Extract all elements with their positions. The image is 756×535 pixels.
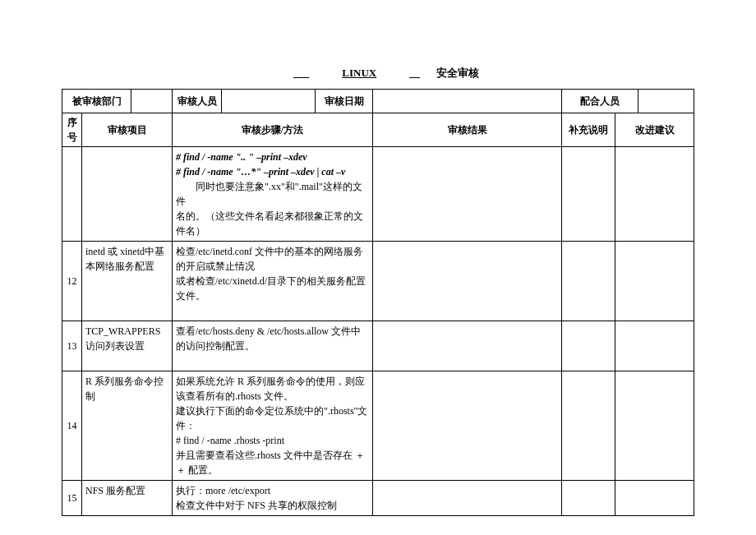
item-cell: inetd 或 xinetd中基本网络服务配置	[82, 242, 173, 321]
hdr-seq: 序号	[62, 113, 82, 147]
hdr-imp: 改进建议	[615, 113, 694, 147]
seq-cell	[62, 147, 82, 242]
auditor-value	[222, 90, 316, 113]
seq-cell: 15	[62, 481, 82, 516]
coop-value	[638, 90, 694, 113]
seq-cell: 12	[62, 242, 82, 321]
step-text: 执行：more /etc/export	[176, 483, 369, 498]
meta-row: 被审核部门 审核人员 审核日期 配合人员	[62, 90, 694, 113]
item-cell: NFS 服务配置	[82, 481, 173, 516]
title-blank-prefix	[277, 67, 326, 79]
steps-cell: 如果系统允许 R 系列服务命令的使用，则应该查看所有的.rhosts 文件。 建…	[173, 371, 373, 481]
supp-cell	[562, 371, 615, 481]
hdr-supp: 补充说明	[562, 113, 615, 147]
step-text: 名的。（这些文件名看起来都很象正常的文件名）	[176, 209, 369, 238]
page-title: LINUX 安全审核	[62, 66, 694, 81]
step-text: 同时也要注意象".xx"和".mail"这样的文件	[176, 179, 369, 209]
table-row: 15 NFS 服务配置 执行：more /etc/export 检查文件中对于 …	[62, 481, 694, 516]
item-cell: TCP_WRAPPERS 访问列表设置	[82, 321, 173, 371]
header-row: 序号 审核项目 审核步骤/方法 审核结果 补充说明 改进建议	[62, 113, 694, 147]
supp-cell	[562, 147, 615, 242]
imp-cell	[615, 321, 694, 371]
imp-cell	[615, 147, 694, 242]
imp-cell	[615, 242, 694, 321]
step-text: 或者检查/etc/xinetd.d/目录下的相关服务配置文件。	[176, 274, 369, 303]
imp-cell	[615, 371, 694, 481]
step-text: 并且需要查看这些.rhosts 文件中是否存在 ＋＋ 配置。	[176, 448, 369, 477]
coop-label: 配合人员	[562, 90, 638, 113]
title-suffix: 安全审核	[436, 67, 479, 79]
step-text-a: 同时也要注意象".xx"和".mail"这样的文件	[176, 181, 362, 207]
cmd-line: # find / -name "…*" –print –xdev | cat –…	[176, 164, 369, 179]
steps-cell: 查看/etc/hosts.deny & /etc/hosts.allow 文件中…	[173, 321, 373, 371]
table-row: 12 inetd 或 xinetd中基本网络服务配置 检查/etc/inetd.…	[62, 242, 694, 321]
audit-table: 被审核部门 审核人员 审核日期 配合人员 序号 审核项目 审核步骤/方法 审核结…	[62, 89, 694, 516]
step-text: 检查/etc/inetd.conf 文件中的基本的网络服务的开启或禁止情况	[176, 244, 369, 274]
seq-cell: 14	[62, 371, 82, 481]
result-cell	[373, 147, 562, 242]
result-cell	[373, 371, 562, 481]
auditor-label: 审核人员	[173, 90, 222, 113]
result-cell	[373, 242, 562, 321]
steps-cell: # find / -name ".. " –print –xdev # find…	[173, 147, 373, 242]
result-cell	[373, 481, 562, 516]
hdr-item: 审核项目	[82, 113, 173, 147]
table-row: # find / -name ".. " –print –xdev # find…	[62, 147, 694, 242]
item-cell: R 系列服务命令控制	[82, 371, 173, 481]
supp-cell	[562, 481, 615, 516]
title-linux: LINUX	[325, 67, 393, 79]
hdr-steps: 审核步骤/方法	[173, 113, 373, 147]
title-blank-mid	[393, 67, 436, 79]
result-cell	[373, 321, 562, 371]
step-text: 建议执行下面的命令定位系统中的".rhosts"文件：	[176, 404, 369, 433]
step-text: 检查文件中对于 NFS 共享的权限控制	[176, 498, 369, 513]
steps-cell: 检查/etc/inetd.conf 文件中的基本的网络服务的开启或禁止情况 或者…	[173, 242, 373, 321]
cmd-line: # find / -name ".. " –print –xdev	[176, 150, 369, 164]
dept-label: 被审核部门	[62, 90, 131, 113]
imp-cell	[615, 481, 694, 516]
hdr-result: 审核结果	[373, 113, 562, 147]
step-text: # find / -name .rhosts -print	[176, 433, 369, 448]
item-cell	[82, 147, 173, 242]
seq-cell: 13	[62, 321, 82, 371]
supp-cell	[562, 321, 615, 371]
supp-cell	[562, 242, 615, 321]
steps-cell: 执行：more /etc/export 检查文件中对于 NFS 共享的权限控制	[173, 481, 373, 516]
date-value	[373, 90, 562, 113]
table-row: 14 R 系列服务命令控制 如果系统允许 R 系列服务命令的使用，则应该查看所有…	[62, 371, 694, 481]
step-text: 如果系统允许 R 系列服务命令的使用，则应该查看所有的.rhosts 文件。	[176, 374, 369, 404]
table-row: 13 TCP_WRAPPERS 访问列表设置 查看/etc/hosts.deny…	[62, 321, 694, 371]
date-label: 审核日期	[316, 90, 373, 113]
dept-value	[131, 90, 173, 113]
step-text: 查看/etc/hosts.deny & /etc/hosts.allow 文件中…	[176, 324, 369, 353]
